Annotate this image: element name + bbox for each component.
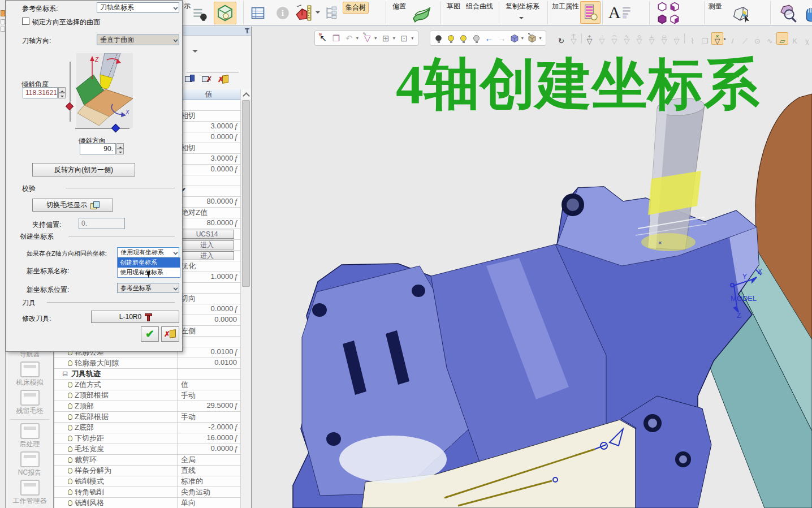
curve-filter-icon[interactable]: ∿▽ <box>621 32 633 45</box>
offset-label[interactable]: 偏置 <box>392 2 406 11</box>
dropdown-option-create-new[interactable]: 创建新坐标系 <box>118 258 180 268</box>
stock-cube-icon[interactable]: ↖ <box>526 32 538 45</box>
info-icon[interactable]: i <box>275 5 291 21</box>
sketch-label[interactable]: 草图 <box>447 2 460 11</box>
tool-axis-combo[interactable]: 垂直于曲面 <box>97 35 179 45</box>
dim-filter-icon[interactable]: ↔▽ <box>671 32 683 45</box>
machining-prop-label[interactable]: 加工属性 <box>552 2 579 11</box>
flip-direction-button[interactable]: 反转方向(朝另一侧) <box>32 163 135 176</box>
table-row[interactable]: Z底部根据手动 <box>54 412 240 423</box>
apply-to-machine-icon[interactable] <box>185 75 196 84</box>
rect-select-icon[interactable]: ⊡ <box>398 32 410 45</box>
table-row[interactable]: 轮廓最大间隙0.0100 <box>54 358 240 369</box>
selection-filter-edit-icon-dropdown[interactable]: ▾ <box>374 36 379 41</box>
table-row[interactable]: Z顶部根据手动 <box>54 390 240 401</box>
cell-button[interactable]: 进入 <box>180 240 234 249</box>
sidebar-item-rest-stock[interactable]: 残留毛坯 <box>6 390 54 416</box>
rect-select-add-icon-dropdown[interactable]: ▾ <box>393 36 398 41</box>
display-edges-icon[interactable] <box>191 5 209 23</box>
table-row[interactable]: 铣削风格单向 <box>54 498 240 508</box>
tilt-angle-spinner[interactable] <box>58 87 66 98</box>
tilt-dir-slider-track[interactable] <box>75 128 129 129</box>
prev-icon[interactable]: ← <box>483 32 495 45</box>
combine-curve-label[interactable]: 组合曲线 <box>466 2 493 11</box>
sidebar-item-nc-report[interactable]: NC报告 <box>6 451 54 477</box>
select-back-icon[interactable]: ↶ <box>343 32 355 45</box>
assembly-tree-label[interactable]: 集合树 <box>343 2 369 14</box>
select-back-icon-dropdown[interactable]: ▾ <box>356 36 361 41</box>
copy-cs-label[interactable]: 复制坐标系 <box>506 2 539 11</box>
tilt-angle-slider-track[interactable] <box>70 62 71 122</box>
measure-body-icon[interactable] <box>729 5 752 24</box>
sidebar-item-post-process[interactable]: 后处理 <box>6 423 54 449</box>
pin-icon[interactable] <box>244 28 250 34</box>
table-row[interactable]: 转角铣削尖角运动 <box>54 487 240 498</box>
analysis-measure-icon[interactable] <box>293 2 314 24</box>
tilt-dir-spinner[interactable] <box>116 143 124 154</box>
analysis-dropdown-arrow[interactable] <box>316 11 320 16</box>
refresh-icon[interactable]: ↻ <box>555 32 567 45</box>
same-z-combo[interactable]: 使用现有坐标系 <box>117 247 179 257</box>
bulb-pick-icon[interactable] <box>470 32 482 45</box>
table-row[interactable]: 样条分解为直线 <box>54 466 240 476</box>
bulb-on2-icon[interactable] <box>458 32 469 45</box>
next-icon[interactable]: → <box>496 32 507 45</box>
copy-cs-dropdown-arrow[interactable] <box>519 17 524 21</box>
surface-filter-icon[interactable]: ◠▽ <box>608 32 620 45</box>
sidebar-item-job-manager[interactable]: 工作管理器 <box>6 480 54 506</box>
polyline-filter-icon[interactable]: ⟋ <box>739 32 751 45</box>
strip-square[interactable] <box>1 19 5 24</box>
view-cubes-icon-group[interactable] <box>654 1 683 25</box>
point-filter-icon[interactable]: ∴▽ <box>596 32 608 45</box>
table-row[interactable]: 铣削模式标准的 <box>54 476 240 487</box>
clear-filter-icon-dropdown[interactable]: ▸ <box>724 36 726 41</box>
offset-surface-icon[interactable] <box>411 5 433 24</box>
line-filter-icon[interactable]: / <box>727 32 738 45</box>
strip-square[interactable] <box>1 27 5 32</box>
table-row[interactable]: 裁剪环全局 <box>54 455 240 466</box>
toggle-stock-button[interactable]: 切换毛坯显示 <box>32 199 113 212</box>
machine-run-icon[interactable]: ✗ <box>202 75 213 84</box>
strip-active-square[interactable] <box>1 10 5 16</box>
tilt-dir-input[interactable]: 90. <box>80 143 116 154</box>
pin-filter-icon[interactable]: 干▽ <box>568 32 580 45</box>
table-group-row[interactable]: ⊟刀具轨迹 <box>54 369 240 380</box>
sketch-filter-icon[interactable]: ▭▽ <box>658 32 670 45</box>
tilt-angle-input[interactable]: 118.31621 <box>23 87 58 98</box>
bulb-on-icon[interactable] <box>445 32 456 45</box>
table-icon[interactable] <box>249 4 267 22</box>
scrollbar-up-arrow[interactable] <box>241 89 251 99</box>
pan-hand-icon[interactable] <box>804 5 812 24</box>
tool-filter-icon[interactable]: ⊥▽ <box>646 32 658 45</box>
bulb-off-icon[interactable] <box>433 32 444 45</box>
shaded-cube-icon-dropdown[interactable]: ▾ <box>521 36 525 41</box>
edit-tool-button[interactable]: L-10R0 <box>91 311 179 323</box>
cell-button[interactable]: 进入 <box>180 251 234 260</box>
table-row[interactable]: Z顶部29.5000f <box>54 401 240 412</box>
value-column-header[interactable]: 值 <box>177 89 240 100</box>
csys-filter-icon[interactable]: ⌖▽ <box>584 32 595 45</box>
shaded-view-icon[interactable] <box>214 2 236 24</box>
rect-select-icon-dropdown[interactable]: ▾ <box>411 36 416 41</box>
intersect-filter-icon[interactable]: χ <box>801 32 812 45</box>
tree-icon[interactable] <box>323 5 340 21</box>
plane-filter-icon[interactable]: ▱ <box>776 32 788 45</box>
rect-select-add-icon[interactable]: ⊞ <box>380 32 392 45</box>
shaded-cube-icon[interactable] <box>508 32 520 45</box>
tilt-angle-slider-thumb[interactable] <box>66 102 74 110</box>
zoom-check-icon[interactable] <box>776 3 800 24</box>
corner-filter-icon[interactable]: Κ <box>789 32 801 45</box>
circle-filter-icon[interactable]: ⊙ <box>751 32 763 45</box>
lock-direction-checkbox[interactable] <box>22 18 29 25</box>
clear-filter-icon[interactable]: ✕▽ <box>711 32 723 45</box>
exit-button[interactable]: ✗ <box>161 326 179 342</box>
annotation-icon[interactable]: A <box>606 2 633 23</box>
collapse-icon[interactable]: ⊟ <box>62 370 68 378</box>
solid-filter-icon[interactable]: ❒ <box>699 32 711 45</box>
holder-offset-input[interactable]: 0. <box>79 218 125 229</box>
machining-prop-icon[interactable] <box>580 1 601 24</box>
new-cs-pos-combo[interactable]: 参考坐标系 <box>117 283 179 293</box>
sidebar-item-machine-sim[interactable]: 机床模拟 <box>6 361 54 388</box>
cell-button[interactable]: UCS14 <box>180 230 234 239</box>
select-cursor-icon[interactable]: ↖⊗ <box>317 32 329 45</box>
